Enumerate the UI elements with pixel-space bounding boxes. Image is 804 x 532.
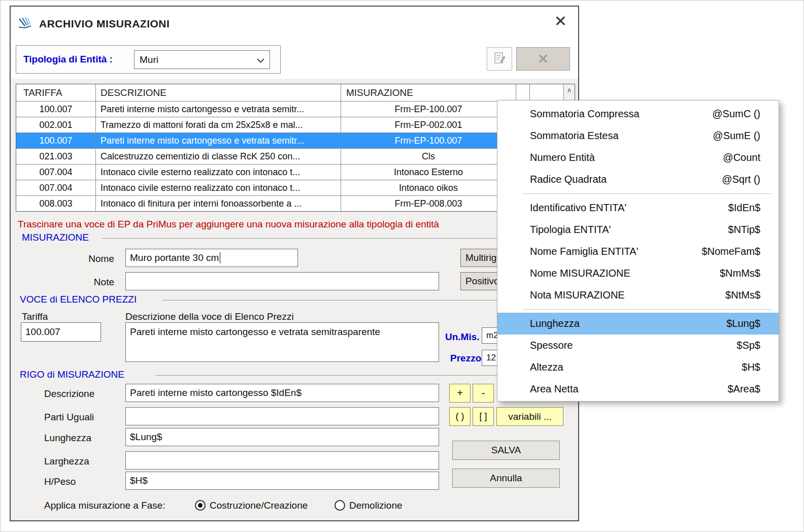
menu-item-code: $IdEn$: [728, 202, 760, 214]
menu-item-sommatoria-compressa[interactable]: Sommatoria Compressa @SumC (): [497, 103, 779, 125]
menu-item-nome-misurazione[interactable]: Nome MISURAZIONE $NmMs$: [497, 262, 779, 284]
menu-item-code: @Count: [723, 152, 760, 163]
menu-item-nome-famiglia-entita[interactable]: Nome Famiglia ENTITA' $NomeFam$: [497, 241, 779, 262]
lunghezza-value: $Lung$: [130, 431, 162, 443]
column-header-spacer: [516, 84, 530, 101]
menu-item-nota-misurazione[interactable]: Nota MISURAZIONE $NtMs$: [497, 284, 779, 306]
hpeso-input[interactable]: $H$: [125, 472, 439, 490]
parentheses-button[interactable]: ( ): [449, 407, 471, 426]
cell-misurazione: Frm-EP-002.001: [341, 117, 516, 132]
descrizione-ep-textarea[interactable]: Pareti interne misto cartongesso e vetra…: [125, 322, 439, 362]
table-row[interactable]: 007.004 Intonaco civile esterno realizza…: [16, 180, 563, 196]
menu-item-code: @SumE (): [713, 130, 760, 142]
menu-item-code: $Sp$: [736, 340, 760, 351]
group-label-misurazione: MISURAZIONE: [22, 232, 89, 243]
radio-costruzione[interactable]: [195, 500, 206, 511]
tariffa-label: Tariffa: [22, 311, 48, 322]
entity-type-value: Muri: [140, 54, 158, 65]
table-header-row: TARIFFA DESCRIZIONE MISURAZIONE: [16, 84, 563, 102]
descrizione-ep-label: Descrizione della voce di Elenco Prezzi: [125, 311, 294, 322]
menu-item-label: Numero Entità: [530, 152, 595, 163]
note-input[interactable]: [125, 272, 439, 290]
menu-item-code: $H$: [742, 361, 760, 373]
menu-separator: [523, 309, 772, 310]
menu-item-identificativo-entita[interactable]: Identificativo ENTITA' $IdEn$: [497, 197, 779, 219]
delete-measurement-button[interactable]: ✕: [516, 47, 570, 71]
unmis-label: Un.Mis.: [445, 331, 480, 343]
menu-item-area-netta[interactable]: Area Netta $Area$: [497, 378, 779, 400]
group-line: [102, 238, 563, 239]
text-caret: [220, 252, 220, 263]
table-row[interactable]: 021.003 Calcestruzzo cementizio di class…: [16, 149, 563, 164]
menu-item-tipologia-entita[interactable]: Tipologia ENTITA' $NTip$: [497, 219, 779, 241]
column-header-misurazione[interactable]: MISURAZIONE: [341, 84, 516, 101]
edit-document-icon: [493, 51, 506, 66]
cell-tariffa: 021.003: [16, 149, 96, 164]
nome-label: Nome: [61, 253, 114, 264]
table-row[interactable]: 008.003 Intonaco di finitura per interni…: [16, 196, 563, 212]
menu-item-sommatoria-estesa[interactable]: Sommatoria Estesa @SumE (): [497, 125, 779, 147]
menu-item-label: Altezza: [530, 361, 563, 373]
chevron-down-icon: [257, 54, 264, 65]
salva-button[interactable]: SALVA: [452, 441, 560, 460]
hpeso-value: $H$: [130, 475, 148, 486]
table-row[interactable]: 100.007 Pareti interne misto cartongesso…: [16, 102, 563, 117]
entity-type-dropdown[interactable]: Muri: [134, 50, 270, 69]
cell-misurazione: Intonaco Esterno: [341, 164, 516, 180]
descrizione-ep-value: Pareti interne misto cartongesso e vetra…: [130, 326, 380, 338]
menu-item-code: $NmMs$: [720, 268, 760, 279]
parti-uguali-input[interactable]: [125, 407, 439, 425]
radio-demolizione[interactable]: [334, 500, 345, 511]
variabili-button[interactable]: variabili ...: [496, 407, 563, 426]
menu-item-code: $NtMs$: [725, 289, 760, 301]
menu-item-label: Spessore: [530, 340, 573, 351]
larghezza-label: Larghezza: [44, 456, 89, 467]
menu-item-lunghezza-highlighted[interactable]: Lunghezza $Lung$: [497, 313, 779, 335]
menu-item-label: Identificativo ENTITA': [530, 202, 626, 214]
variables-context-menu: Sommatoria Compressa @SumC () Sommatoria…: [497, 100, 779, 402]
table-row[interactable]: 007.004 Intonaco civile esterno realizza…: [16, 164, 563, 180]
menu-item-numero-entita[interactable]: Numero Entità @Count: [497, 147, 779, 169]
menu-item-label: Sommatoria Estesa: [530, 130, 619, 142]
menu-item-label: Nome Famiglia ENTITA': [530, 246, 639, 257]
rigo-descrizione-input[interactable]: Pareti interne misto cartongesso $IdEn$: [125, 384, 439, 402]
app-logo-icon: [18, 16, 35, 31]
cell-misurazione: Frm-EP-100.007: [341, 102, 516, 117]
nome-value: Muro portante 30 cm: [130, 252, 219, 263]
plus-button[interactable]: +: [449, 384, 471, 403]
measurements-table: TARIFFA DESCRIZIONE MISURAZIONE 100.007 …: [16, 84, 575, 212]
cell-misurazione: Frm-EP-100.007: [341, 133, 516, 148]
column-header-tariffa[interactable]: TARIFFA: [16, 84, 96, 101]
rigo-descrizione-label: Descrizione: [44, 388, 94, 400]
tariffa-input[interactable]: 100.007: [21, 322, 101, 342]
edit-measurement-button[interactable]: [487, 47, 512, 71]
cell-descrizione: Intonaco civile esterno realizzato con i…: [96, 164, 341, 180]
minus-button[interactable]: -: [473, 384, 494, 403]
rigo-descrizione-value: Pareti interne misto cartongesso $IdEn$: [130, 387, 302, 398]
menu-item-altezza[interactable]: Altezza $H$: [497, 356, 779, 378]
cell-descrizione: Calcestruzzo cementizio di classe RcK 25…: [96, 149, 341, 164]
cell-descrizione: Pareti interne misto cartongesso e vetra…: [96, 102, 341, 117]
screen: ARCHIVIO MISURAZIONI ✕ Tipologia di Enti…: [0, 0, 804, 532]
group-label-voce-ep: VOCE di ELENCO PREZZI: [20, 294, 137, 305]
close-button[interactable]: ✕: [554, 14, 567, 29]
brackets-button[interactable]: [ ]: [473, 407, 494, 426]
menu-item-label: Tipologia ENTITA': [530, 224, 611, 236]
annulla-button[interactable]: Annulla: [452, 469, 560, 488]
menu-item-radice-quadrata[interactable]: Radice Quadrata @Sqrt (): [497, 169, 779, 190]
cell-descrizione: Intonaco civile esterno realizzato con i…: [96, 180, 341, 195]
lunghezza-label: Lunghezza: [44, 433, 91, 444]
group-label-rigo: RIGO di MISURAZIONE: [20, 369, 124, 380]
lunghezza-input[interactable]: $Lung$: [125, 428, 439, 446]
radio-demolizione-label: Demolizione: [349, 500, 403, 511]
larghezza-input[interactable]: [125, 451, 439, 470]
nome-input[interactable]: Muro portante 30 cm: [125, 249, 298, 267]
menu-item-spessore[interactable]: Spessore $Sp$: [497, 335, 779, 356]
hpeso-label: H/Peso: [44, 476, 76, 487]
table-row[interactable]: 002.001 Tramezzo di mattoni forati da cm…: [16, 117, 563, 133]
column-header-descrizione[interactable]: DESCRIZIONE: [96, 84, 341, 101]
cell-tariffa: 008.003: [16, 196, 96, 211]
table-row-selected[interactable]: 100.007 Pareti interne misto cartongesso…: [16, 133, 563, 149]
menu-item-code: $Lung$: [726, 318, 760, 329]
menu-item-label: Lunghezza: [530, 318, 580, 329]
